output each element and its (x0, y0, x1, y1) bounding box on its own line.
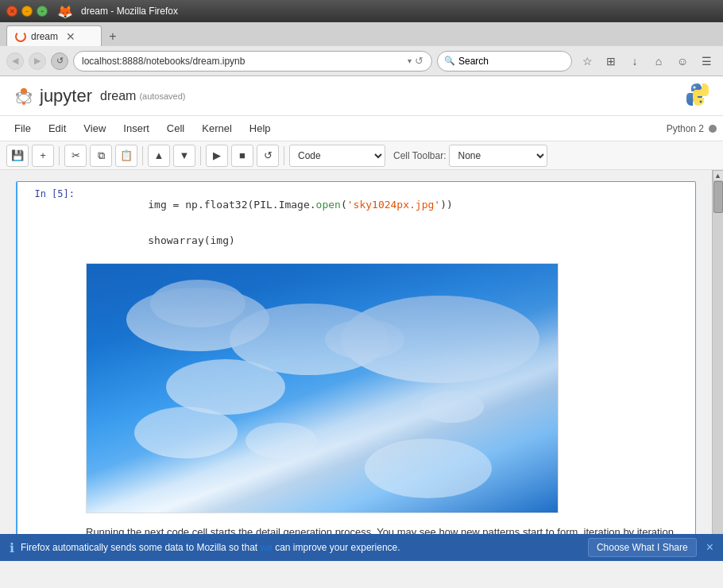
search-bar[interactable]: 🔍 (437, 51, 572, 72)
cell-5-body[interactable]: img = np.float32(PIL.Image.open('sky1024… (81, 182, 695, 561)
browser-toolbar-icons: ☆ ⊞ ↓ ⌂ ☺ ☰ (577, 51, 717, 72)
move-up-button[interactable]: ▲ (148, 145, 170, 167)
notification-text: Firefox automatically sends some data to… (21, 542, 582, 553)
menu-icon[interactable]: ☰ (696, 51, 717, 72)
code-func-open: open (316, 199, 341, 211)
interrupt-button[interactable]: ■ (231, 145, 253, 167)
menu-help[interactable]: Help (242, 119, 279, 137)
svg-point-7 (694, 87, 696, 89)
restart-button[interactable]: ↺ (257, 145, 279, 167)
scrollbar-track[interactable] (713, 181, 723, 550)
cell-5-in-label: In [5]: (34, 188, 75, 199)
code-paren2: )) (440, 199, 453, 211)
save-button[interactable]: 💾 (6, 145, 29, 167)
add-cell-button[interactable]: + (32, 145, 54, 167)
notebook-content: In [5]: img = np.float32(PIL.Image.open(… (0, 170, 723, 561)
notification-info-icon: ℹ (10, 540, 14, 555)
code-cell-5[interactable]: In [5]: img = np.float32(PIL.Image.open(… (16, 181, 696, 561)
menu-cell[interactable]: Cell (159, 119, 192, 137)
tab-loading-spinner (15, 31, 26, 42)
menu-file[interactable]: File (6, 119, 39, 137)
notebook-scroll-area[interactable]: In [5]: img = np.float32(PIL.Image.open(… (0, 170, 712, 561)
minimize-button[interactable]: − (21, 6, 33, 17)
code-string-filename: 'sky1024px.jpg' (347, 199, 440, 211)
notification-close-button[interactable]: × (706, 540, 713, 555)
svg-point-4 (22, 102, 25, 105)
smiley-icon[interactable]: ☺ (672, 51, 693, 72)
cell-type-select[interactable]: Code Markdown Raw NBConvert (289, 145, 385, 167)
jupyter-logo-icon (13, 85, 35, 107)
sky-image-output (86, 263, 559, 513)
code-showarray: showarray(img) (148, 234, 235, 246)
svg-point-5 (16, 93, 19, 96)
code-var-img: img = np.float32(PIL.Image. (148, 199, 315, 211)
scrollbar-thumb[interactable] (713, 181, 723, 213)
reader-view-icon[interactable]: ⊞ (601, 51, 621, 72)
url-dropdown-icon: ▾ (408, 56, 412, 65)
toolbar-separator-3 (200, 146, 201, 165)
firefox-icon: 🦊 (57, 4, 73, 19)
reload-icon: ↺ (415, 55, 423, 67)
vertical-scrollbar[interactable]: ▲ ▼ (712, 170, 723, 561)
autosave-status: (autosaved) (139, 91, 185, 101)
code-paren1: ( (341, 199, 347, 211)
download-icon[interactable]: ↓ (624, 51, 645, 72)
menu-bar: File Edit View Insert Cell Kernel Help P… (0, 116, 723, 141)
copy-button[interactable]: ⧉ (90, 145, 112, 167)
kernel-status: Python 2 (667, 123, 717, 134)
refresh-button[interactable]: ↺ (51, 52, 68, 70)
bookmarks-star-icon[interactable]: ☆ (577, 51, 597, 72)
kernel-status-indicator (709, 125, 717, 133)
menu-view[interactable]: View (75, 119, 114, 137)
cell-toolbar-select[interactable]: None Edit Metadata Raw Cell Format Slide… (449, 145, 547, 167)
jupyter-title: jupyter (40, 86, 92, 106)
tab-dream[interactable]: dream ✕ (6, 25, 102, 46)
address-bar: ◀ ▶ ↺ localhost:8888/notebooks/dream.ipy… (0, 46, 723, 76)
menu-kernel[interactable]: Kernel (194, 119, 240, 137)
scroll-up-button[interactable]: ▲ (713, 170, 724, 181)
close-button[interactable]: ✕ (6, 6, 17, 17)
toolbar-separator-1 (59, 146, 60, 165)
notebook-name[interactable]: dream (100, 89, 136, 103)
toolbar-separator-4 (284, 146, 284, 165)
home-icon[interactable]: ⌂ (648, 51, 669, 72)
paste-button[interactable]: 📋 (115, 145, 137, 167)
choose-share-button[interactable]: Choose What I Share (588, 538, 697, 557)
svg-point-6 (29, 93, 32, 96)
jupyter-logo: jupyter (13, 85, 92, 107)
search-input[interactable] (458, 56, 565, 67)
notification-bar: ℹ Firefox automatically sends some data … (0, 534, 723, 561)
kernel-status-text: Python 2 (667, 123, 704, 134)
python-logo (685, 82, 710, 110)
window-controls: ✕ − + (6, 6, 48, 17)
run-button[interactable]: ▶ (206, 145, 228, 167)
code-line-1: img = np.float32(PIL.Image.open('sky1024… (86, 187, 690, 222)
tab-label: dream (31, 31, 58, 42)
tab-close-button[interactable]: ✕ (66, 30, 75, 43)
menu-insert[interactable]: Insert (115, 119, 157, 137)
text-we: we (260, 542, 272, 553)
maximize-button[interactable]: + (37, 6, 48, 17)
url-bar[interactable]: localhost:8888/notebooks/dream.ipynb ▾ ↺ (73, 51, 432, 72)
menu-edit[interactable]: Edit (41, 119, 74, 137)
url-text: localhost:8888/notebooks/dream.ipynb (82, 56, 408, 67)
new-tab-button[interactable]: + (103, 27, 122, 46)
cell-5-prompt: In [5]: (17, 182, 81, 561)
tab-bar: dream ✕ + (0, 22, 723, 46)
cell-toolbar-label: Cell Toolbar: (393, 150, 446, 161)
code-line-2: showarray(img) (86, 222, 690, 258)
move-down-button[interactable]: ▼ (173, 145, 195, 167)
window-title: dream - Mozilla Firefox (81, 6, 178, 17)
back-button[interactable]: ◀ (6, 52, 24, 70)
cut-button[interactable]: ✂ (64, 145, 87, 167)
notebook-toolbar: 💾 + ✂ ⧉ 📋 ▲ ▼ ▶ ■ ↺ Code Markdown Raw NB… (0, 141, 723, 170)
forward-button[interactable]: ▶ (29, 52, 46, 70)
jupyter-header: jupyter dream (autosaved) (0, 76, 723, 116)
titlebar: ✕ − + 🦊 dream - Mozilla Firefox (0, 0, 723, 22)
svg-point-8 (700, 101, 702, 103)
search-icon: 🔍 (444, 56, 455, 66)
toolbar-separator-2 (142, 146, 143, 165)
